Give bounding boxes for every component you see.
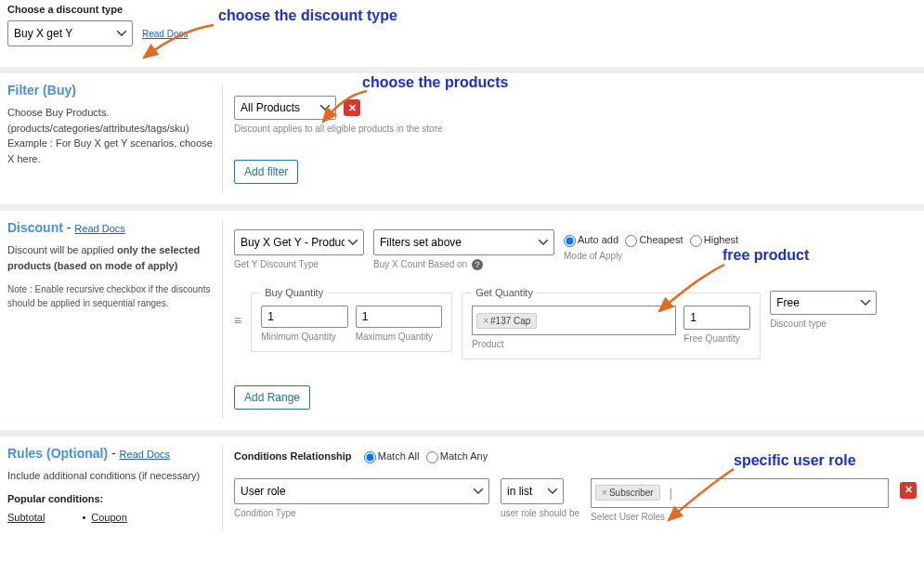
count-based-sub: Buy X Count Based on ? xyxy=(373,259,554,270)
match-any-radio[interactable] xyxy=(426,451,438,463)
add-filter-button[interactable]: Add filter xyxy=(234,160,298,184)
buy-min-qty-input[interactable] xyxy=(261,306,348,328)
match-all-radio[interactable] xyxy=(364,451,376,463)
get-qty-legend: Get Quantity xyxy=(472,287,537,298)
user-roles-sub: Select User Roles xyxy=(591,512,889,522)
mode-highest-radio[interactable] xyxy=(690,235,702,247)
filter-products-select[interactable]: All Products xyxy=(234,96,336,120)
condition-type-sub: Condition Type xyxy=(234,508,489,518)
discount-read-docs-link[interactable]: Read Docs xyxy=(74,223,124,234)
get-quantity-fieldset: Get Quantity ×#137 Cap Product Free Quan… xyxy=(462,287,761,359)
mode-cheapest-radio[interactable] xyxy=(625,235,637,247)
free-qty-sub: Free Quantity xyxy=(683,333,750,344)
popular-subtotal-link[interactable]: Subtotal xyxy=(7,512,45,523)
get-y-type-sub: Get Y Discount Type xyxy=(234,259,364,269)
user-roles-input[interactable]: ×Subscriber xyxy=(591,478,889,508)
rules-delete-icon[interactable]: ✕ xyxy=(900,482,917,499)
get-product-input[interactable]: ×#137 Cap xyxy=(472,306,676,335)
discount-note: Note : Enable recursive checkbox if the … xyxy=(7,282,216,310)
filter-title: Filter (Buy) xyxy=(7,83,216,98)
filter-hint: Discount applies to all eligible product… xyxy=(234,124,917,134)
rules-help: Include additional conditions (if necess… xyxy=(7,468,216,484)
filter-delete-icon[interactable]: ✕ xyxy=(344,99,360,116)
rules-title: Rules (Optional) - Read Docs xyxy=(7,446,216,461)
buy-min-sub: Minimum Quantity xyxy=(261,332,348,342)
help-icon[interactable]: ? xyxy=(472,259,483,270)
popular-conditions-label: Popular conditions: xyxy=(7,493,216,504)
add-range-button[interactable]: Add Range xyxy=(234,385,310,410)
buy-max-sub: Maximum Quantity xyxy=(356,332,443,342)
condition-operator-sub: user role should be xyxy=(501,508,579,518)
mode-of-apply-sub: Mode of Apply xyxy=(564,251,742,261)
discount-help-main: Discount will be applied only the select… xyxy=(7,242,216,273)
condition-operator-select[interactable]: in list xyxy=(501,478,564,504)
free-qty-input[interactable] xyxy=(683,306,750,330)
buy-qty-legend: Buy Quantity xyxy=(261,287,327,298)
discount-type-select[interactable]: Buy X get Y xyxy=(7,20,133,46)
popular-coupon-link[interactable]: Coupon xyxy=(91,512,127,523)
buy-quantity-fieldset: Buy Quantity Minimum Quantity Maximum Qu… xyxy=(251,287,452,352)
read-docs-link-top[interactable]: Read Docs xyxy=(142,29,188,39)
filter-help: Choose Buy Products. (products/categorie… xyxy=(7,105,216,166)
buy-max-qty-input[interactable] xyxy=(356,306,443,328)
condition-type-select[interactable]: User role xyxy=(234,478,489,504)
conditions-relationship-label: Conditions Relationship xyxy=(234,450,352,462)
disc-type-sub: Discount type xyxy=(770,319,877,329)
mode-auto-add-radio[interactable] xyxy=(564,235,576,247)
get-product-sub: Product xyxy=(472,339,676,349)
get-y-type-select[interactable]: Buy X Get Y - Products xyxy=(234,229,364,255)
count-based-select[interactable]: Filters set above xyxy=(373,229,554,255)
discount-type-free-select[interactable]: Free xyxy=(770,291,877,315)
discount-title: Discount - Read Docs xyxy=(7,220,216,235)
rules-read-docs-link[interactable]: Read Docs xyxy=(120,449,170,460)
drag-handle-icon[interactable]: ≡ xyxy=(234,287,241,328)
discount-type-label: Choose a discount type xyxy=(7,4,917,15)
